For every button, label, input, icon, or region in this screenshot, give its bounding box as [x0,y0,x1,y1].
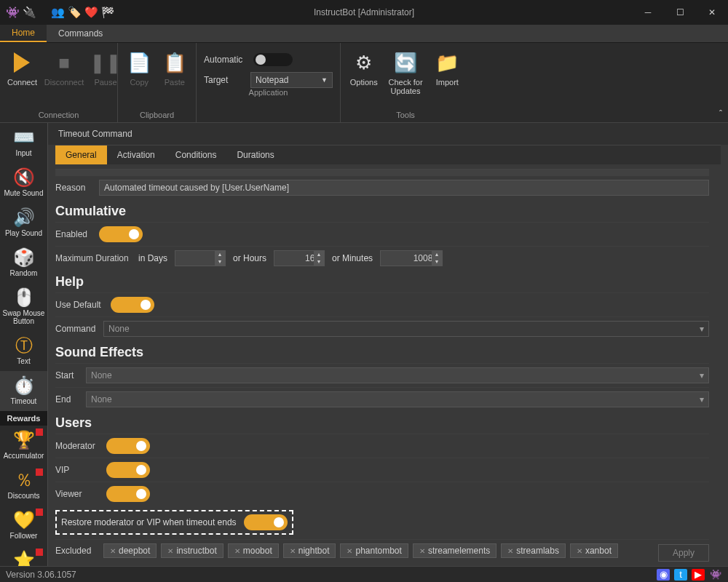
sidebar-item-accumulator[interactable]: 🏆Accumulator [0,426,47,466]
check-updates-button[interactable]: 🔄 Check for Updates [387,50,424,95]
youtube-icon[interactable]: ▶ [692,569,705,581]
chevron-down-icon: ▼ [321,76,328,84]
titlebar: 👾 🔌 👥 🏷️ ❤️ 🏁 InstructBot [Administrator… [0,0,728,25]
spinner-icon[interactable]: ▲▼ [432,251,442,266]
refresh-icon: 🔄 [394,50,417,75]
sidebar-item-timeout[interactable]: ⏱️Timeout [0,371,47,411]
x-icon[interactable]: ✕ [419,547,425,555]
twitter-icon[interactable]: t [674,569,687,581]
x-icon[interactable]: ✕ [577,547,582,555]
x-icon[interactable]: ✕ [110,547,116,555]
reason-label: Reason [55,183,92,193]
chip-label: moobot [243,546,272,556]
spinner-icon[interactable]: ▲▼ [314,251,324,266]
apply-button[interactable]: Apply [658,544,709,562]
sidebar-item-subscriber[interactable]: ⭐Subscriber [0,546,47,566]
group-application-label: Application [204,88,333,98]
tab-activation[interactable]: Activation [107,146,165,164]
x-icon[interactable]: ✕ [167,547,173,555]
chip-label: streamlabs [516,546,559,556]
sidebar-item-play-sound[interactable]: 🔊Play Sound [0,203,47,243]
pause-button[interactable]: ❚❚ Pause [91,50,120,87]
sidebar-item-swap-mouse[interactable]: 🖱️Swap Mouse Button [0,283,47,331]
qa-icon-1[interactable]: 👥 [51,6,65,19]
restore-toggle[interactable] [244,514,288,530]
restore-highlight: Restore moderator or VIP when timeout en… [55,510,293,535]
tab-conditions[interactable]: Conditions [165,146,227,164]
minimize-button[interactable]: ─ [632,0,664,25]
viewer-toggle[interactable] [106,486,150,502]
excluded-chip[interactable]: ✕deepbot [103,543,157,558]
x-icon[interactable]: ✕ [290,547,296,555]
play-icon [14,50,30,75]
enabled-toggle[interactable] [99,226,143,242]
app-small-icon[interactable]: 👾 [709,569,722,581]
qa-icon-4[interactable]: 🏁 [101,6,115,19]
sidebar-item-random[interactable]: 🎲Random [0,243,47,283]
qa-icon-3[interactable]: ❤️ [84,6,98,19]
discord-icon[interactable]: ◉ [657,569,670,581]
maximize-button[interactable]: ☐ [664,0,696,25]
sidebar-item-input[interactable]: ⌨️Input [0,123,47,163]
sidebar-item-text[interactable]: ⓉText [0,331,47,371]
end-select[interactable]: None▾ [86,391,709,407]
excluded-chip[interactable]: ✕streamelements [413,543,496,558]
disconnect-button[interactable]: ■ Disconnect [44,50,84,87]
sidebar-item-mute-sound[interactable]: 🔇Mute Sound [0,163,47,203]
stop-icon: ■ [58,50,70,75]
menu-home[interactable]: Home [0,25,47,42]
sidebar-cat-rewards: Rewards [0,411,47,426]
sidebar-item-discounts[interactable]: ％Discounts [0,466,47,506]
x-icon[interactable]: ✕ [234,547,240,555]
section-sound: Sound Effects [55,340,709,363]
ribbon-collapse-icon[interactable]: ˆ [719,109,722,119]
start-select[interactable]: None▾ [86,367,709,383]
close-button[interactable]: ✕ [696,0,728,25]
ribbon: Connect ■ Disconnect ❚❚ Pause Connection… [0,43,728,123]
target-select[interactable]: Notepad▼ [250,72,333,88]
moderator-toggle[interactable] [106,438,150,454]
excluded-chip[interactable]: ✕nightbot [283,543,336,558]
paste-icon: 📋 [163,50,186,75]
connect-button[interactable]: Connect [7,50,37,87]
hours-input[interactable]: 168▲▼ [274,250,325,266]
command-select[interactable]: None▾ [103,321,709,337]
menu-commands[interactable]: Commands [47,25,114,42]
excluded-chip[interactable]: ✕xanbot [570,543,618,558]
days-input[interactable]: 7▲▼ [175,250,226,266]
automatic-toggle[interactable] [253,53,293,66]
vip-label: VIP [55,465,99,475]
enabled-label: Enabled [55,229,92,239]
minutes-input[interactable]: 10080▲▼ [380,250,443,266]
x-icon[interactable]: ✕ [507,547,513,555]
import-button[interactable]: 📁 Import [432,50,463,87]
excluded-chip[interactable]: ✕phantombot [340,543,408,558]
titlebar-icons: 👾 🔌 👥 🏷️ ❤️ 🏁 [0,6,115,19]
tab-durations[interactable]: Durations [226,146,284,164]
options-button[interactable]: ⚙ Options [348,50,379,87]
excluded-chip[interactable]: ✕instructbot [161,543,223,558]
sidebar-item-follower[interactable]: 💛Follower [0,506,47,546]
use-default-toggle[interactable] [111,297,154,313]
spinner-icon[interactable]: ▲▼ [215,251,225,266]
copy-button[interactable]: 📄 Copy [125,50,154,87]
section-users: Users [55,411,709,434]
use-default-label: Use Default [55,300,103,310]
reason-input[interactable] [99,180,709,196]
or-hours-label: or Hours [233,253,266,263]
paste-button[interactable]: 📋 Paste [161,50,189,87]
red-badge [36,428,43,436]
copy-icon: 📄 [127,50,151,75]
or-minutes-label: or Minutes [332,253,373,263]
end-label: End [55,394,79,404]
x-icon[interactable]: ✕ [347,547,352,555]
version-label: Version 3.06.1057 [6,570,76,580]
excluded-chip[interactable]: ✕moobot [228,543,279,558]
excluded-chip[interactable]: ✕streamlabs [501,543,566,558]
chip-label: instructbot [176,546,216,556]
vip-toggle[interactable] [106,462,150,478]
content-scroll[interactable]: Reason Cumulative Enabled Maximum Durati… [48,164,728,566]
tab-general[interactable]: General [55,146,107,164]
start-label: Start [55,370,79,380]
qa-icon-2[interactable]: 🏷️ [68,6,82,19]
